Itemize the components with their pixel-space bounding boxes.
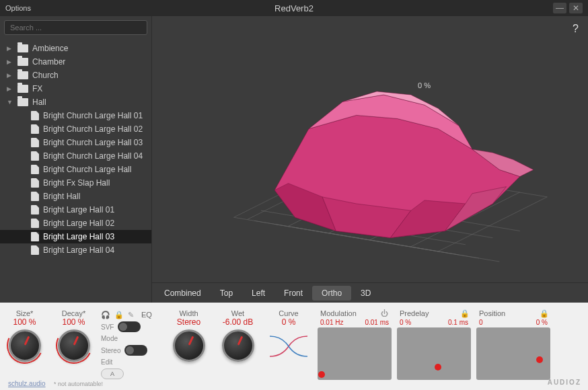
file-icon xyxy=(31,219,39,228)
preset-item[interactable]: Bright Large Hall 01 xyxy=(0,203,151,217)
folder-fx[interactable]: ▶FX xyxy=(0,82,151,95)
preset-item[interactable]: Bright Hall xyxy=(0,190,151,203)
lock-icon[interactable]: 🔒 xyxy=(460,309,468,317)
position-v2: 0 % xyxy=(536,319,548,326)
visualizer-panel: ? 0 % xyxy=(152,16,588,303)
view-tab-left[interactable]: Left xyxy=(242,286,274,301)
folder-icon xyxy=(17,58,28,66)
stereo-label: Stereo xyxy=(101,347,120,354)
position-v1: 0 xyxy=(479,319,483,326)
size-value: 100 % xyxy=(13,317,36,327)
predelay-xy-pad[interactable] xyxy=(397,327,471,380)
view-tab-combined[interactable]: Combined xyxy=(155,286,211,301)
predelay-label: Predelay xyxy=(400,309,429,317)
position-xy-pad[interactable] xyxy=(476,327,550,380)
folder-church[interactable]: ▶Church xyxy=(0,69,151,82)
curve-display[interactable] xyxy=(268,329,309,363)
watermark: AUDIOZ xyxy=(548,379,581,386)
preset-sidebar: ▶Ambience▶Chamber▶Church▶FX▼HallBright C… xyxy=(0,16,152,303)
vendor-link[interactable]: schulz.audio xyxy=(8,380,46,387)
decay-label: Decay* xyxy=(62,309,85,317)
view-tab-ortho[interactable]: Ortho xyxy=(312,286,351,301)
help-icon[interactable]: ? xyxy=(573,23,579,35)
file-icon xyxy=(31,245,39,255)
preset-item[interactable]: Bright Large Hall 04 xyxy=(0,243,151,257)
power-icon[interactable]: ⏻ xyxy=(381,309,389,317)
folder-icon xyxy=(17,71,28,79)
z-axis-label: 0 % xyxy=(418,81,431,89)
edit-label: Edit xyxy=(101,358,112,366)
decay-knob[interactable] xyxy=(58,329,90,362)
file-icon xyxy=(31,124,39,134)
close-button[interactable]: ✕ xyxy=(569,3,583,13)
view-tab-top[interactable]: Top xyxy=(211,286,242,301)
width-label: Width xyxy=(179,309,198,317)
lock-icon[interactable]: 🔒 xyxy=(114,311,122,319)
file-icon xyxy=(31,232,39,241)
preset-item[interactable]: Bright Church Large Hall 01 xyxy=(0,109,151,122)
folder-icon xyxy=(17,85,28,93)
file-icon xyxy=(31,138,39,147)
file-icon xyxy=(31,111,39,120)
svf-toggle[interactable] xyxy=(118,321,141,332)
folder-icon xyxy=(17,44,28,52)
wet-knob[interactable] xyxy=(222,329,254,362)
preset-tree[interactable]: ▶Ambience▶Chamber▶Church▶FX▼HallBright C… xyxy=(0,39,151,303)
width-knob[interactable] xyxy=(173,329,205,362)
folder-chamber[interactable]: ▶Chamber xyxy=(0,55,151,69)
view-tab-3d[interactable]: 3D xyxy=(351,286,380,301)
mode-label: Mode xyxy=(101,335,118,342)
search-input[interactable] xyxy=(4,20,147,35)
pencil-icon[interactable]: ✎ xyxy=(128,311,136,319)
file-icon xyxy=(31,205,39,214)
eq-label: EQ xyxy=(141,311,152,319)
predelay-v1: 0 % xyxy=(400,319,411,326)
folder-icon xyxy=(17,98,28,106)
options-menu[interactable]: Options xyxy=(5,4,31,12)
position-label: Position xyxy=(479,309,505,317)
view-tabs: CombinedTopLeftFrontOrtho3D xyxy=(152,282,588,303)
preset-item[interactable]: Bright Large Hall 03 xyxy=(0,230,151,243)
wet-value: -6.00 dB xyxy=(223,317,253,327)
curve-value: 0 % xyxy=(282,317,296,327)
curve-label: Curve xyxy=(279,309,298,317)
modulation-v1: 0.01 Hz xyxy=(320,319,343,326)
file-icon xyxy=(31,178,39,188)
waveform-3d-view[interactable]: 0 % xyxy=(152,16,588,282)
svf-label: SVF xyxy=(101,323,114,331)
predelay-v2: 0.1 ms xyxy=(448,319,468,326)
minimize-button[interactable]: — xyxy=(553,3,566,13)
modulation-label: Modulation xyxy=(320,309,357,317)
stereo-toggle[interactable] xyxy=(124,345,147,356)
file-icon xyxy=(31,165,39,174)
view-tab-front[interactable]: Front xyxy=(274,286,312,301)
edit-button[interactable]: A xyxy=(101,368,124,379)
controls-panel: Size* 100 % Decay* 100 % 🎧 🔒 ✎ EQ SVF Mo… xyxy=(0,303,588,390)
modulation-v2: 0.01 ms xyxy=(365,319,389,326)
preset-item[interactable]: Bright Church Large Hall 02 xyxy=(0,122,151,136)
lock-icon[interactable]: 🔒 xyxy=(540,309,548,317)
preset-item[interactable]: Bright Large Hall 02 xyxy=(0,217,151,230)
size-knob[interactable] xyxy=(9,329,41,362)
modulation-xy-pad[interactable] xyxy=(318,327,392,380)
wet-label: Wet xyxy=(231,309,244,317)
file-icon xyxy=(31,151,39,161)
file-icon xyxy=(31,192,39,201)
size-label: Size* xyxy=(16,309,34,317)
preset-item[interactable]: Bright Church Large Hall xyxy=(0,163,151,176)
window-title: RedVerb2 xyxy=(274,3,314,13)
titlebar: Options RedVerb2 — ✕ xyxy=(0,0,588,16)
preset-item[interactable]: Bright Church Large Hall 04 xyxy=(0,149,151,163)
preset-item[interactable]: Bright Church Large Hall 03 xyxy=(0,136,151,149)
folder-hall[interactable]: ▼Hall xyxy=(0,95,151,109)
width-value: Stereo xyxy=(177,317,200,327)
headphones-icon[interactable]: 🎧 xyxy=(101,311,109,319)
preset-item[interactable]: Bright Fx Slap Hall xyxy=(0,176,151,190)
folder-ambience[interactable]: ▶Ambience xyxy=(0,42,151,55)
decay-value: 100 % xyxy=(62,317,85,327)
footer-note: * not automatable! xyxy=(54,381,103,387)
